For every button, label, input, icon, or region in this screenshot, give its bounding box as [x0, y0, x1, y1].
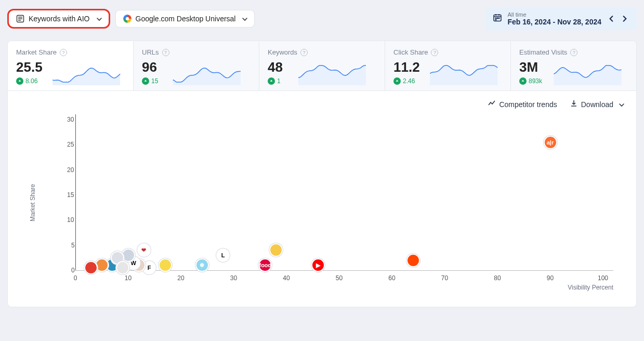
help-icon[interactable]: ?	[162, 49, 169, 56]
x-tick: 30	[230, 274, 237, 282]
date-text: All time Feb 16, 2024 - Nov 28, 2024	[507, 11, 601, 26]
competitor-trends-button[interactable]: Competitor trends	[488, 99, 557, 109]
svg-point-8	[496, 18, 497, 19]
metric-title: Estimated Visits ?	[519, 48, 628, 56]
top-toolbar: Keywords with AIO Google.com Desktop Uni…	[7, 7, 637, 30]
trend-icon	[488, 99, 496, 109]
svg-point-10	[499, 18, 500, 19]
arrow-up-icon	[519, 77, 527, 85]
metric-title-text: Estimated Visits	[519, 48, 567, 56]
date-range-picker[interactable]: All time Feb 16, 2024 - Nov 28, 2024	[485, 7, 637, 30]
metric-title-text: Click Share	[393, 48, 428, 56]
sparkline	[288, 61, 376, 85]
y-tick: 25	[67, 141, 74, 148]
help-icon[interactable]: ?	[60, 49, 67, 56]
sparkline	[163, 61, 251, 85]
help-icon[interactable]: ?	[300, 49, 308, 56]
metric-cards-row: Market Share ? 25.5 8.06 URLs ?	[7, 41, 637, 91]
sparkline	[425, 61, 502, 85]
bubble-site-lemon[interactable]	[159, 258, 172, 272]
google-icon	[123, 15, 132, 23]
metric-change-value: 1	[277, 77, 281, 85]
keyword-filter-dropdown[interactable]: Keywords with AIO	[7, 9, 110, 29]
metric-card-estimated-visits[interactable]: Estimated Visits ? 3M 893k	[511, 41, 636, 90]
calendar-icon	[493, 13, 502, 24]
metric-change-value: 893k	[529, 77, 542, 85]
y-axis-label: Market Share	[29, 184, 36, 221]
x-tick: 60	[388, 274, 395, 282]
date-prev-button[interactable]	[607, 14, 616, 23]
date-range-label: Feb 16, 2024 - Nov 28, 2024	[507, 18, 601, 26]
bubble-site-snow[interactable]: ❄	[195, 258, 209, 272]
metric-change: 2.46	[393, 77, 420, 85]
keyword-filter-label: Keywords with AIO	[29, 15, 90, 23]
metric-change: 8.06	[16, 77, 43, 85]
metric-change-value: 15	[151, 77, 158, 85]
chevron-down-icon	[242, 16, 247, 21]
svg-point-9	[497, 18, 498, 19]
metric-change-value: 2.46	[403, 77, 415, 85]
metric-card-urls[interactable]: URLs ? 96 15	[134, 41, 259, 90]
search-engine-label: Google.com Desktop Universal	[136, 15, 236, 23]
download-button[interactable]: Download	[570, 99, 624, 109]
x-tick: 40	[283, 274, 290, 282]
search-engine-dropdown[interactable]: Google.com Desktop Universal	[115, 10, 255, 28]
download-icon	[570, 99, 578, 109]
metric-value: 3M	[519, 59, 542, 75]
metric-title: Keywords ?	[268, 48, 376, 56]
arrow-up-icon	[393, 77, 401, 85]
svg-point-11	[496, 19, 497, 20]
date-scope-label: All time	[507, 11, 601, 18]
date-next-button[interactable]	[620, 14, 629, 23]
x-tick: 70	[441, 274, 448, 282]
chevron-down-icon	[619, 102, 624, 107]
y-tick: 20	[67, 166, 74, 174]
metric-value: 11.2	[393, 59, 420, 75]
x-tick: 100	[598, 274, 608, 282]
metric-change: 893k	[519, 77, 542, 85]
x-axis-label: Visibility Percent	[568, 284, 613, 291]
help-icon[interactable]: ?	[431, 49, 438, 56]
metric-title-text: Market Share	[16, 48, 57, 56]
x-tick: 10	[125, 274, 132, 282]
bubble-foodnetwork[interactable]: food	[258, 258, 272, 272]
x-tick: 80	[494, 274, 501, 282]
bubble-site-heart[interactable]: ❤	[137, 243, 151, 257]
bubble-site-spoon[interactable]	[84, 261, 98, 274]
list-icon	[16, 15, 24, 23]
chart-panel-header: Competitor trends Download	[29, 99, 624, 109]
metric-title-text: Keywords	[268, 48, 297, 56]
bubble-youtube[interactable]: ▶	[311, 258, 325, 272]
help-icon[interactable]: ?	[570, 49, 577, 56]
arrow-up-icon	[268, 77, 275, 85]
x-tick: 20	[177, 274, 184, 282]
download-label: Download	[581, 100, 613, 109]
chevron-down-icon	[96, 16, 101, 21]
bubble-site-L[interactable]: L	[216, 248, 230, 262]
bubble-allrecipes[interactable]: a|r	[544, 136, 557, 149]
x-tick: 50	[336, 274, 343, 282]
metric-value: 25.5	[16, 59, 43, 75]
metric-title-text: URLs	[142, 48, 159, 56]
y-tick: 0	[71, 267, 75, 274]
metric-change: 1	[268, 77, 283, 85]
bubble-site-gray2[interactable]	[116, 261, 129, 274]
y-tick: 5	[71, 242, 75, 249]
metric-card-market-share[interactable]: Market Share ? 25.5 8.06	[8, 41, 134, 90]
bubble-site-yellow[interactable]	[269, 243, 283, 257]
y-tick: 15	[67, 191, 74, 199]
x-tick: 0	[74, 274, 77, 282]
y-tick: 30	[67, 116, 74, 123]
metric-title: Click Share ?	[393, 48, 502, 56]
bubble-reddit[interactable]	[406, 254, 420, 267]
metric-card-keywords[interactable]: Keywords ? 48 1	[259, 41, 385, 90]
x-tick: 90	[547, 274, 554, 282]
metric-value: 96	[142, 59, 158, 75]
metric-value: 48	[268, 59, 283, 75]
metric-title: URLs ?	[142, 48, 251, 56]
plot-area: 0510152025300102030405060708090100a|r▶fo…	[55, 114, 613, 270]
sparkline	[547, 61, 628, 85]
metric-card-click-share[interactable]: Click Share ? 11.2 2.46	[385, 41, 511, 90]
chart-panel: Competitor trends Download Market Share …	[7, 91, 637, 307]
scatter-chart: Market Share Visibility Percent 05101520…	[29, 114, 624, 291]
